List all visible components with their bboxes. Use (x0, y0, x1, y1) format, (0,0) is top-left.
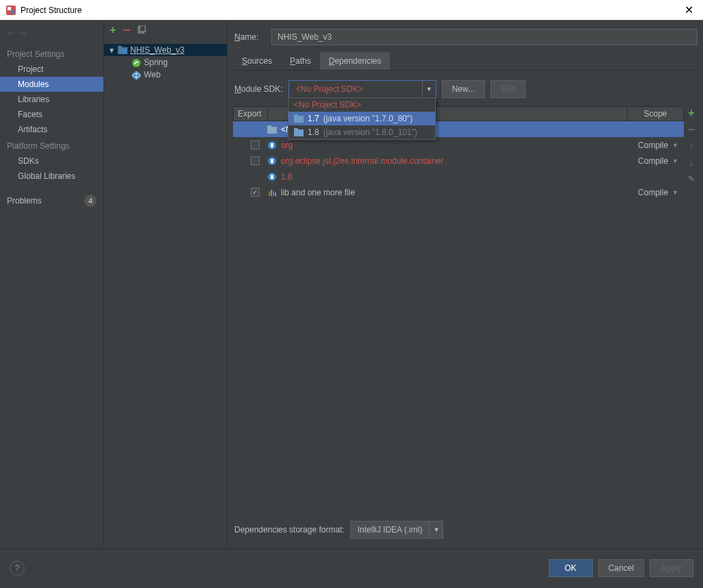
svg-rect-25 (271, 190, 272, 196)
spring-icon (132, 58, 141, 66)
edit-dependency-icon[interactable]: ✎ (686, 173, 697, 184)
problems-count-badge: 4 (84, 195, 97, 207)
remove-dependency-icon[interactable]: − (686, 124, 697, 135)
sidebar-item-problems[interactable]: Problems 4 (0, 191, 103, 210)
tab-dependencies[interactable]: Dependencies (320, 52, 391, 70)
sdk-new-button[interactable]: New... (442, 80, 485, 98)
sidebar-section-project-settings: Project Settings (0, 45, 103, 62)
tree-expand-icon[interactable]: ▼ (108, 47, 115, 54)
name-label: Name: (234, 32, 264, 42)
jdk-folder-icon (294, 128, 304, 136)
svg-rect-27 (275, 193, 276, 196)
svg-rect-26 (273, 191, 274, 196)
problems-label: Problems (7, 196, 42, 206)
nav-back-icon[interactable]: ⇦ (7, 27, 15, 38)
svg-point-8 (132, 59, 140, 67)
dependency-label: 1.6 (280, 172, 628, 182)
main-content: Name: Sources Paths Dependencies Module … (227, 21, 703, 548)
cancel-button[interactable]: Cancel (598, 559, 644, 577)
tree-root-label: NHIS_Web_v3 (130, 45, 184, 55)
export-checkbox[interactable] (251, 188, 260, 197)
sidebar: ⇦ ⇨ Project Settings Project Modules Lib… (0, 21, 104, 548)
module-name-input[interactable] (271, 29, 698, 45)
sdk-selected-value: <No Project SDK> (296, 84, 363, 94)
dropdown-arrow-icon[interactable]: ▼ (422, 81, 436, 97)
dependency-row[interactable]: 1.6 (233, 169, 684, 184)
export-checkbox[interactable] (251, 156, 260, 165)
library-bars-icon (267, 188, 280, 197)
jdk-folder-icon (294, 114, 304, 123)
module-sdk-select[interactable]: <No Project SDK> ▼ (288, 80, 436, 98)
remove-module-icon[interactable]: − (123, 27, 130, 34)
app-icon (5, 5, 16, 16)
add-dependency-icon[interactable]: + (686, 108, 697, 119)
sdk-edit-button: Edit (491, 80, 526, 98)
tree-item-label: Web (144, 70, 160, 79)
sidebar-item-artifacts[interactable]: Artifacts (0, 122, 103, 137)
module-tree-panel: + − ▼ NHIS_Web_v3 Spring (104, 21, 227, 548)
col-scope[interactable]: Scope (627, 107, 683, 121)
close-icon[interactable]: ✕ (680, 3, 698, 16)
sidebar-item-sdks[interactable]: SDKs (0, 154, 103, 169)
sdk-option-1-7[interactable]: 1.7 (java version "1.7.0_80") (288, 112, 435, 125)
scope-select[interactable]: Compile▼ (628, 140, 684, 150)
tree-item-web[interactable]: Web (104, 69, 227, 81)
sdk-option-1-8[interactable]: 1.8 (java version "1.8.0_101") (288, 125, 435, 139)
move-up-icon[interactable]: ↑ (686, 140, 697, 151)
window-title: Project Structure (21, 5, 680, 15)
add-module-icon[interactable]: + (110, 24, 116, 36)
tree-item-label: Spring (144, 58, 168, 67)
svg-rect-24 (269, 192, 270, 196)
tabs: Sources Paths Dependencies (233, 52, 699, 71)
sidebar-item-libraries[interactable]: Libraries (0, 92, 103, 107)
copy-module-icon[interactable] (137, 25, 147, 35)
library-icon (267, 140, 280, 150)
dependency-label: lib and one more file (280, 188, 628, 197)
title-bar: Project Structure ✕ (0, 0, 703, 21)
help-icon[interactable]: ? (10, 561, 25, 576)
storage-format-value: IntelliJ IDEA (.iml) (351, 525, 430, 535)
svg-rect-17 (267, 125, 271, 128)
apply-button: Apply (650, 559, 693, 577)
svg-rect-2 (11, 10, 14, 14)
col-export[interactable]: Export (234, 107, 268, 121)
svg-rect-7 (124, 50, 127, 53)
dependency-label: org.eclipse.jst.j2ee.internal.module.con… (280, 156, 628, 166)
dropdown-arrow-icon[interactable]: ▼ (429, 522, 443, 538)
sidebar-section-platform-settings: Platform Settings (0, 137, 103, 154)
svg-rect-21 (271, 159, 273, 163)
library-icon (267, 156, 280, 166)
sidebar-item-project[interactable]: Project (0, 62, 103, 77)
nav-forward-icon[interactable]: ⇨ (19, 27, 27, 38)
dependency-row[interactable]: lib and one more file Compile▼ (233, 184, 684, 200)
dependency-label: org (280, 140, 628, 150)
chevron-down-icon: ▼ (672, 189, 678, 196)
svg-rect-6 (118, 46, 122, 49)
dependency-row[interactable]: org.eclipse.jst.j2ee.internal.module.con… (233, 153, 684, 169)
export-checkbox[interactable] (251, 140, 260, 149)
svg-rect-15 (294, 128, 298, 131)
svg-rect-1 (8, 7, 11, 10)
scope-select[interactable]: Compile▼ (628, 188, 684, 197)
sidebar-item-modules[interactable]: Modules (0, 77, 103, 92)
storage-format-select[interactable]: IntelliJ IDEA (.iml) ▼ (350, 521, 444, 539)
svg-rect-4 (140, 25, 145, 32)
svg-rect-13 (294, 114, 298, 117)
chevron-down-icon: ▼ (672, 158, 678, 164)
sidebar-item-facets[interactable]: Facets (0, 107, 103, 122)
sdk-dropdown-popup: <No Project SDK> 1.7 (java version "1.7.… (288, 97, 436, 140)
ok-button[interactable]: OK (549, 559, 593, 577)
sdk-option-none[interactable]: <No Project SDK> (288, 98, 435, 112)
tab-paths[interactable]: Paths (281, 52, 320, 70)
tree-root-module[interactable]: ▼ NHIS_Web_v3 (104, 44, 227, 56)
dependencies-table: Export Scope <N (233, 106, 684, 511)
sidebar-item-global-libraries[interactable]: Global Libraries (0, 169, 103, 184)
tree-item-spring[interactable]: Spring (104, 56, 227, 69)
move-down-icon[interactable]: ↓ (686, 157, 697, 168)
scope-select[interactable]: Compile▼ (628, 156, 684, 166)
module-folder-icon (118, 46, 127, 54)
tab-sources[interactable]: Sources (233, 52, 281, 70)
dependency-actions: + − ↑ ↓ ✎ (684, 106, 699, 511)
dialog-footer: ? OK Cancel Apply (0, 548, 703, 587)
storage-format-label: Dependencies storage format: (234, 525, 345, 535)
